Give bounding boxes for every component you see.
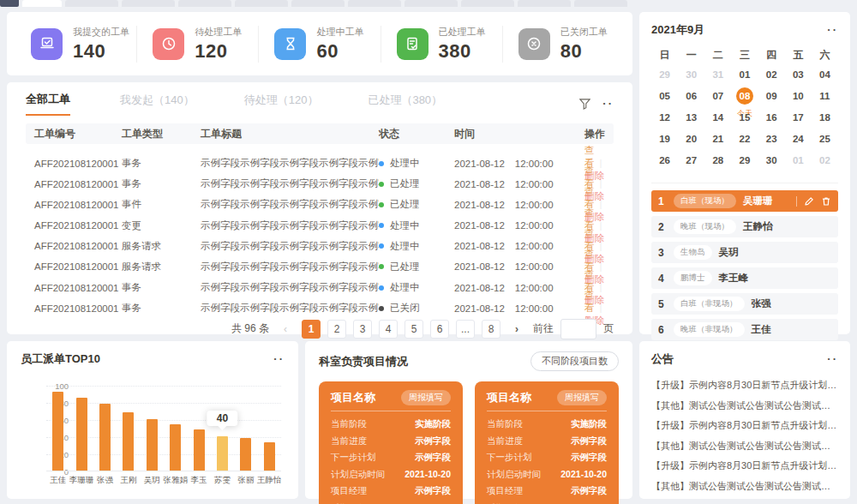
bar-李玉[interactable] (194, 429, 205, 471)
bar-李珊珊[interactable] (76, 398, 87, 471)
trash-icon[interactable] (821, 196, 831, 207)
announcement-item[interactable]: 【其他】测试公告测试公告测试公告测试公告测试公告 (651, 477, 838, 497)
calendar-day-01[interactable]: 01 (731, 65, 758, 87)
calendar-day-28[interactable]: 28 (704, 151, 731, 172)
browser-tab[interactable] (518, 0, 571, 7)
bar-苏雯[interactable] (217, 436, 228, 471)
calendar-day-17[interactable]: 17 (785, 108, 812, 129)
calendar-day-29[interactable]: 29 (651, 65, 678, 87)
calendar-day-20[interactable]: 20 (678, 129, 704, 151)
stat-item[interactable]: 待处理工单120 (136, 26, 258, 63)
calendar-day-06[interactable]: 06 (678, 87, 704, 108)
bar-王佳[interactable] (52, 392, 63, 471)
calendar-day-31[interactable]: 31 (704, 65, 731, 87)
calendar-day-19[interactable]: 19 (651, 129, 678, 151)
edit-icon[interactable] (804, 196, 814, 207)
calendar-day-22[interactable]: 22 (731, 129, 758, 151)
view-link[interactable]: 查看 (584, 290, 595, 313)
browser-tab[interactable] (348, 0, 401, 7)
page-button-1[interactable]: 1 (302, 320, 321, 339)
calendar-day-09[interactable]: 09 (758, 87, 785, 108)
calendar-day-07[interactable]: 07 (704, 87, 731, 108)
calendar-day-30[interactable]: 30 (758, 151, 785, 172)
page-button-6[interactable]: 6 (430, 320, 449, 339)
tab-待处理（120）[interactable]: 待处理（120） (244, 93, 319, 115)
stage-count-button[interactable]: 不同阶段项目数 (530, 351, 619, 371)
duty-row[interactable]: 5白班（非现场）张强 (651, 293, 838, 315)
bar-王刚[interactable] (123, 412, 134, 471)
page-button-2[interactable]: 2 (327, 320, 346, 339)
tab-我发起（140）[interactable]: 我发起（140） (120, 93, 195, 115)
announcement-item[interactable]: 【其他】测试公告测试公告测试公告测试公告测试公告 (651, 436, 838, 457)
calendar-day-08[interactable]: 08今天 (731, 87, 758, 108)
more-menu-icon[interactable]: ·· (827, 357, 838, 362)
page-button-4[interactable]: 4 (379, 320, 398, 339)
calendar-day-02[interactable]: 02 (812, 151, 838, 172)
prev-page-button[interactable]: ‹ (276, 320, 295, 339)
calendar-day-29[interactable]: 29 (731, 151, 758, 172)
browser-tab[interactable] (122, 0, 175, 7)
duty-row[interactable]: 6晚班（非现场）王佳 (651, 319, 838, 340)
bar-张强[interactable] (99, 404, 111, 471)
browser-tab[interactable] (461, 0, 514, 7)
more-menu-icon[interactable]: ·· (273, 357, 285, 362)
bar-张雅娟[interactable] (170, 424, 181, 471)
calendar-day-26[interactable]: 26 (651, 151, 678, 172)
stat-item[interactable]: 已关闭工单80 (502, 26, 624, 63)
calendar-day-25[interactable]: 25 (812, 129, 838, 151)
stat-item[interactable]: 已处理工单380 (381, 26, 502, 63)
duty-row[interactable]: 1白班（现场）吴珊珊 (651, 190, 838, 212)
duty-row[interactable]: 4鹏博士李王峰 (651, 267, 838, 289)
calendar-day-13[interactable]: 13 (678, 108, 704, 129)
calendar-day-11[interactable]: 11 (812, 87, 838, 108)
calendar-day-12[interactable]: 12 (651, 108, 678, 129)
calendar-day-15[interactable]: 15 (731, 108, 758, 129)
duty-row[interactable]: 3生物岛吴玥 (651, 242, 838, 263)
browser-tab[interactable] (178, 0, 231, 7)
browser-tab[interactable] (291, 0, 345, 7)
calendar-day-27[interactable]: 27 (678, 151, 704, 172)
calendar-day-03[interactable]: 03 (785, 65, 812, 87)
announcement-item[interactable]: 【升级】示例内容8月30日新节点升级计划通知 (651, 456, 838, 477)
browser-tab[interactable] (22, 0, 62, 7)
calendar-day-21[interactable]: 21 (704, 129, 731, 151)
calendar-day-01[interactable]: 01 (785, 151, 812, 172)
weekly-report-badge[interactable]: 周报填写 (401, 390, 451, 405)
page-button-8[interactable]: 8 (482, 320, 500, 339)
calendar-day-04[interactable]: 04 (812, 65, 838, 87)
filter-icon[interactable] (579, 99, 590, 110)
calendar-day-10[interactable]: 10 (785, 87, 812, 108)
calendar-day-23[interactable]: 23 (758, 129, 785, 151)
calendar-day-24[interactable]: 24 (785, 129, 812, 151)
stat-item[interactable]: 处理中工单60 (258, 26, 380, 63)
next-page-button[interactable]: › (507, 320, 526, 339)
calendar-day-14[interactable]: 14 (704, 108, 731, 129)
duty-row[interactable]: 2晚班（现场）王静怡 (651, 216, 838, 237)
calendar-day-16[interactable]: 16 (758, 108, 785, 129)
browser-corner[interactable] (0, 0, 19, 7)
announcement-item[interactable]: 【其他】测试公告测试公告测试公告测试公告测试公告 (651, 396, 838, 417)
more-menu-icon[interactable]: ·· (827, 27, 838, 33)
browser-tab[interactable] (235, 0, 288, 7)
browser-tab[interactable] (574, 0, 627, 7)
bar-张丽[interactable] (240, 438, 251, 471)
more-menu-icon[interactable]: ·· (602, 101, 614, 106)
bar-王静怡[interactable] (264, 442, 275, 471)
calendar-day-30[interactable]: 30 (678, 65, 704, 87)
calendar-day-18[interactable]: 18 (812, 108, 838, 129)
browser-tab[interactable] (405, 0, 458, 7)
announcement-item[interactable]: 【升级】示例内容8月30日新节点升级计划通知 (651, 375, 838, 396)
page-button-...[interactable]: ... (456, 320, 475, 339)
tab-全部工单[interactable]: 全部工单 (26, 92, 70, 116)
weekly-report-badge[interactable]: 周报填写 (557, 390, 607, 405)
bar-吴玥[interactable] (147, 419, 158, 471)
tab-已处理（380）[interactable]: 已处理（380） (368, 93, 442, 115)
goto-page-input[interactable] (560, 319, 596, 339)
stat-item[interactable]: 我提交的工单140 (15, 26, 136, 63)
calendar-day-05[interactable]: 05 (651, 87, 678, 108)
browser-tab[interactable] (65, 0, 118, 7)
announcement-item[interactable]: 【升级】示例内容8月30日新节点升级计划通知 (651, 416, 838, 436)
page-button-3[interactable]: 3 (353, 320, 372, 339)
calendar-day-02[interactable]: 02 (758, 65, 785, 87)
page-button-5[interactable]: 5 (405, 320, 423, 339)
